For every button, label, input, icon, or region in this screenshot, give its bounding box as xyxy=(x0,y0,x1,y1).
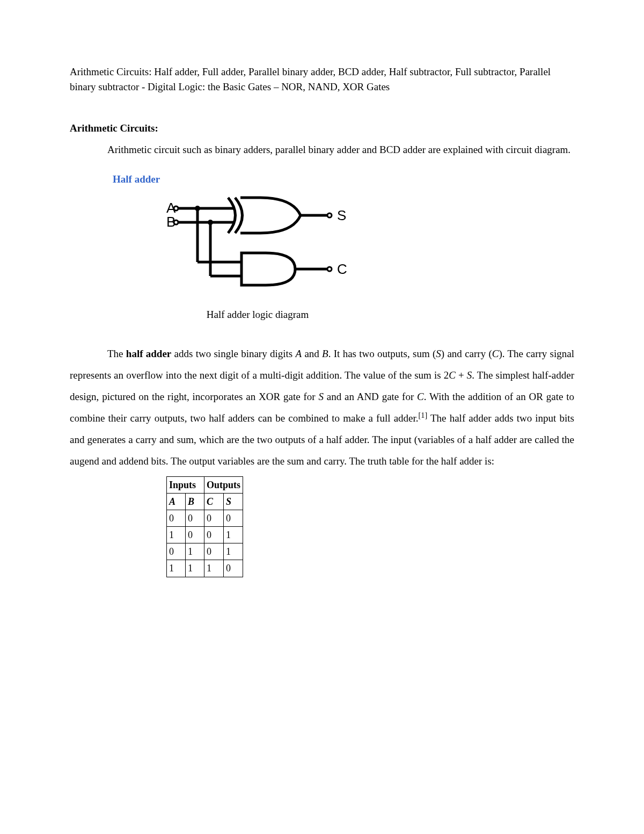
text: and an AND gate for xyxy=(324,391,417,402)
bold-half-adder: half adder xyxy=(126,348,171,359)
half-adder-diagram: A B S C Half adder logic diagram xyxy=(123,191,392,322)
cell: 0 xyxy=(224,560,243,577)
italic-b: B xyxy=(322,348,328,359)
citation-sup: [1] xyxy=(419,411,428,419)
table-row: 1 1 1 0 xyxy=(167,560,243,577)
cell: 0 xyxy=(204,527,224,543)
svg-point-13 xyxy=(327,267,332,271)
italic-c2: C xyxy=(449,369,456,381)
cell: 1 xyxy=(186,543,204,560)
svg-point-11 xyxy=(327,213,332,217)
body-paragraph: The half adder adds two single binary di… xyxy=(70,343,574,472)
cell: 0 xyxy=(224,510,243,527)
th-inputs: Inputs xyxy=(167,476,204,493)
cell: 1 xyxy=(186,560,204,577)
table-row: 1 0 0 1 xyxy=(167,527,243,543)
cell: 0 xyxy=(204,510,224,527)
cell: 0 xyxy=(167,543,186,560)
italic-s2: S xyxy=(467,369,472,381)
text: adds two single binary digits xyxy=(171,348,295,359)
cell: 0 xyxy=(204,543,224,560)
text: + xyxy=(456,369,467,381)
table-head-row: Inputs Outputs xyxy=(167,476,243,493)
cell: 1 xyxy=(167,560,186,577)
cell: 1 xyxy=(224,543,243,560)
half-adder-svg: A B S C xyxy=(156,191,360,304)
cell: 0 xyxy=(167,510,186,527)
col-a: A xyxy=(167,494,186,510)
truth-table: Inputs Outputs A B C S 0 0 0 0 1 0 0 1 0… xyxy=(166,476,243,577)
table-col-row: A B C S xyxy=(167,494,243,510)
topic-list: Arithmetic Circuits: Half adder, Full ad… xyxy=(70,64,574,94)
italic-c: C xyxy=(492,348,499,359)
italic-c3: C xyxy=(417,391,424,402)
subheading-half-adder: Half adder xyxy=(113,172,574,187)
col-b: B xyxy=(186,494,204,510)
intro-paragraph: Arithmetic circuit such as binary adders… xyxy=(70,142,574,157)
cell: 1 xyxy=(204,560,224,577)
table-row: 0 1 0 1 xyxy=(167,543,243,560)
section-heading: Arithmetic Circuits: xyxy=(70,121,574,136)
cell: 0 xyxy=(186,527,204,543)
th-outputs: Outputs xyxy=(204,476,243,493)
diagram-caption: Half adder logic diagram xyxy=(123,307,392,322)
italic-s: S xyxy=(436,348,441,359)
text: The xyxy=(107,348,126,359)
italic-a: A xyxy=(295,348,302,359)
label-c: C xyxy=(337,261,347,277)
label-s: S xyxy=(337,207,346,223)
text: and xyxy=(302,348,322,359)
text: ) and carry ( xyxy=(441,348,492,359)
text: . It has two outputs, sum ( xyxy=(328,348,436,359)
table-row: 0 0 0 0 xyxy=(167,510,243,527)
italic-s3: S xyxy=(318,391,324,402)
col-c: C xyxy=(204,494,224,510)
label-b: B xyxy=(166,214,175,230)
cell: 1 xyxy=(224,527,243,543)
cell: 0 xyxy=(186,510,204,527)
cell: 1 xyxy=(167,527,186,543)
col-s: S xyxy=(224,494,243,510)
